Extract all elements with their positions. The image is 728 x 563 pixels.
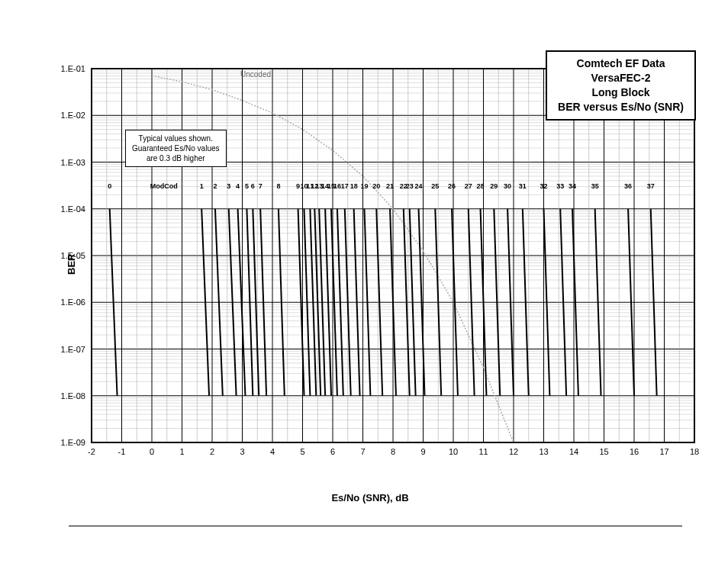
page: BER Comtech EF Data VersaFEC-2 Long Bloc…: [0, 0, 728, 563]
note-box: Typical values shown. Guaranteed Es/No v…: [125, 130, 227, 167]
svg-text:1.E-03: 1.E-03: [61, 158, 85, 167]
modcod-num-5: 5: [245, 182, 249, 190]
svg-text:-2: -2: [88, 447, 95, 456]
modcod-num-28: 28: [477, 182, 485, 190]
svg-text:13: 13: [539, 447, 548, 456]
modcod-num-29: 29: [490, 182, 498, 190]
title-line-3: Long Block: [558, 85, 684, 100]
title-line-1: Comtech EF Data: [558, 56, 684, 71]
svg-text:1: 1: [179, 447, 184, 456]
modcod-row: ModCod0123456789101112131415161718192021…: [38, 182, 702, 195]
modcod-num-0: 0: [108, 182, 111, 190]
title-line-4: BER versus Es/No (SNR): [558, 100, 684, 114]
svg-text:-1: -1: [118, 447, 126, 456]
svg-text:9: 9: [420, 447, 425, 456]
modcod-num-17: 17: [341, 182, 349, 190]
modcod-num-35: 35: [591, 182, 599, 190]
modcod-num-36: 36: [624, 182, 632, 190]
modcod-num-27: 27: [465, 182, 472, 190]
uncoded-label: Uncoded: [240, 70, 271, 79]
svg-text:4: 4: [270, 447, 275, 456]
chart-container: BER Comtech EF Data VersaFEC-2 Long Bloc…: [38, 46, 702, 473]
modcod-num-3: 3: [227, 182, 230, 190]
modcod-num-4: 4: [236, 182, 240, 190]
svg-text:15: 15: [599, 447, 608, 456]
modcod-num-23: 23: [406, 182, 414, 190]
modcod-num-8: 8: [276, 182, 280, 190]
modcod-num-9: 9: [296, 182, 300, 190]
modcod-num-24: 24: [415, 182, 423, 190]
svg-text:7: 7: [360, 447, 365, 456]
svg-text:6: 6: [330, 447, 335, 456]
note-line-1: Typical values shown.: [132, 134, 220, 143]
svg-text:2: 2: [210, 447, 214, 456]
modcod-num-21: 21: [386, 182, 394, 190]
modcod-num-32: 32: [540, 182, 547, 190]
svg-text:1.E-06: 1.E-06: [61, 298, 85, 307]
svg-text:17: 17: [659, 447, 668, 456]
modcod-label: ModCod: [150, 182, 178, 190]
note-line-2: Guaranteed Es/No values: [132, 143, 220, 153]
modcod-num-33: 33: [556, 182, 564, 190]
modcod-num-31: 31: [519, 182, 527, 190]
modcod-num-37: 37: [647, 182, 655, 190]
svg-text:1.E-09: 1.E-09: [61, 438, 85, 447]
svg-text:1.E-01: 1.E-01: [61, 64, 85, 73]
svg-text:16: 16: [630, 447, 639, 456]
modcod-num-34: 34: [569, 182, 576, 190]
modcod-num-1: 1: [200, 182, 204, 190]
svg-text:18: 18: [690, 447, 699, 456]
modcod-num-26: 26: [448, 182, 456, 190]
svg-text:1.E-08: 1.E-08: [61, 391, 85, 401]
svg-text:1.E-02: 1.E-02: [61, 111, 85, 120]
svg-text:14: 14: [569, 447, 578, 456]
modcod-num-30: 30: [504, 182, 511, 190]
modcod-num-7: 7: [259, 182, 263, 190]
modcod-num-2: 2: [213, 182, 217, 190]
modcod-num-20: 20: [372, 182, 380, 190]
modcod-num-18: 18: [350, 182, 358, 190]
modcod-num-19: 19: [360, 182, 368, 190]
svg-text:3: 3: [240, 447, 244, 456]
svg-text:11: 11: [478, 447, 488, 456]
svg-text:1.E-07: 1.E-07: [61, 345, 85, 354]
title-line-2: VersaFEC-2: [558, 71, 684, 85]
svg-text:1.E-04: 1.E-04: [61, 204, 85, 214]
modcod-num-16: 16: [333, 182, 341, 190]
modcod-num-6: 6: [251, 182, 255, 190]
svg-text:10: 10: [449, 447, 458, 456]
modcod-num-25: 25: [431, 182, 439, 190]
x-axis-label: Es/No (SNR), dB: [38, 492, 702, 503]
y-axis-label: BER: [66, 254, 77, 275]
chart-title-box: Comtech EF Data VersaFEC-2 Long Block BE…: [546, 50, 696, 121]
footer-rule: [69, 526, 682, 526]
svg-text:5: 5: [300, 447, 304, 456]
note-line-3: are 0.3 dB higher: [132, 153, 220, 163]
svg-text:12: 12: [509, 447, 518, 456]
svg-text:8: 8: [391, 447, 395, 456]
svg-text:0: 0: [150, 447, 154, 456]
